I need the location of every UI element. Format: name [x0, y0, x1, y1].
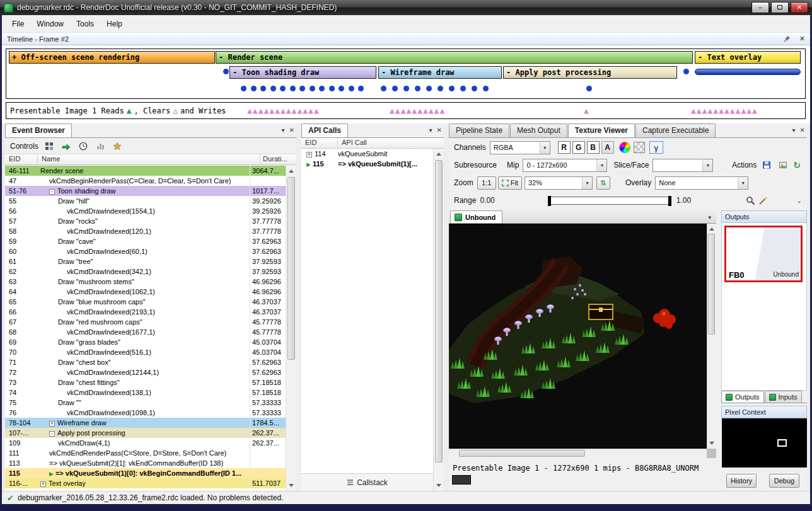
api-call-row[interactable]: +114vkQueueSubmit — [301, 149, 433, 159]
draw-call-dot[interactable] — [381, 86, 386, 91]
draw-call-dot[interactable] — [460, 86, 466, 91]
channel-r-button[interactable]: R — [558, 141, 571, 154]
menu-file[interactable]: File — [6, 17, 30, 31]
menu-tools[interactable]: Tools — [70, 17, 100, 31]
draw-call-dot[interactable] — [319, 86, 325, 91]
range-max-value[interactable]: 1.00 — [676, 196, 691, 205]
close-icon[interactable]: ✕ — [800, 127, 805, 134]
tree-expander[interactable]: + — [40, 481, 46, 487]
event-row[interactable]: 113=> vkQueueSubmit(2)[1]: vkEndCommandB… — [5, 458, 286, 468]
pin-icon[interactable] — [781, 33, 794, 45]
draw-call-dot[interactable] — [329, 86, 335, 91]
close-icon[interactable]: ✕ — [799, 35, 805, 42]
timeline-bar-text-overlay[interactable]: - Text overlay — [695, 51, 801, 64]
draw-call-dot[interactable] — [339, 86, 344, 91]
scroll-up-icon[interactable] — [436, 152, 441, 156]
autofit-wand-icon[interactable] — [757, 194, 769, 207]
goto-eid-icon[interactable] — [60, 140, 72, 152]
draw-call-dot[interactable] — [586, 86, 592, 91]
fit-button[interactable]: Fit — [498, 176, 522, 190]
menu-window[interactable]: Window — [30, 17, 70, 31]
flip-y-button[interactable]: ⇅ — [596, 176, 610, 190]
timeline-bar-toon-shading[interactable]: - Toon shading draw — [229, 66, 376, 79]
save-icon[interactable] — [760, 159, 773, 171]
refresh-icon[interactable]: ↻ — [793, 160, 801, 170]
scrollbar-thumb[interactable] — [708, 234, 715, 335]
tab-capture-executable[interactable]: Capture Executable — [635, 123, 716, 137]
menu-help[interactable]: Help — [100, 17, 129, 31]
zoom-1to1-button[interactable]: 1:1 — [477, 176, 496, 190]
event-row[interactable]: 56vkCmdDrawIndexed(1554,1)39.25926 — [5, 206, 286, 216]
draw-call-dot[interactable] — [223, 69, 229, 74]
event-browser-column-header[interactable]: EID Name Durati... — [5, 154, 296, 165]
scroll-down-icon[interactable] — [709, 442, 714, 445]
tab-mesh-output[interactable]: Mesh Output — [510, 123, 567, 137]
export-image-icon[interactable] — [777, 159, 789, 171]
scroll-down-icon[interactable] — [436, 484, 441, 487]
timeline-panel-header[interactable]: Timeline - Frame #2 ✕ — [2, 33, 810, 45]
event-row[interactable]: 74vkCmdDrawIndexed(138,1)57.18518 — [5, 388, 286, 398]
event-row[interactable]: 63Draw "mushroom stems"46.96296 — [5, 277, 286, 287]
scroll-up-icon[interactable] — [289, 169, 294, 173]
tab-inputs[interactable]: Inputs — [765, 391, 802, 403]
dock-menu-icon[interactable]: ▾ — [282, 127, 285, 134]
event-row[interactable]: 51-76-Toon shading draw1017.7... — [5, 186, 286, 196]
scroll-up-icon[interactable] — [709, 227, 714, 231]
fb0-thumbnail[interactable]: FB0 Unbound — [724, 226, 803, 282]
column-name[interactable]: Name — [38, 154, 260, 164]
tab-api-calls[interactable]: API Calls — [301, 123, 348, 137]
texture-image[interactable] — [449, 224, 707, 449]
dock-menu-icon[interactable]: ▾ — [792, 127, 796, 134]
mip-select[interactable]: 0 - 1272x690 ▾ — [523, 159, 607, 172]
draw-call-dot[interactable] — [426, 86, 432, 91]
event-row[interactable]: 66vkCmdDrawIndexed(2193,1)46.37037 — [5, 307, 286, 317]
event-row[interactable]: 109vkCmdDraw(4,1)262.37... — [5, 438, 286, 448]
channel-b-button[interactable]: B — [587, 141, 600, 154]
event-row[interactable]: 59Draw "cave"37.62963 — [5, 236, 286, 246]
event-row[interactable]: 47vkCmdBeginRenderPass(C=Clear, D=Clear,… — [5, 176, 286, 186]
draw-call-dot[interactable] — [270, 86, 276, 91]
chevron-down-icon[interactable]: ▾ — [708, 214, 711, 221]
chart-icon[interactable] — [94, 140, 107, 152]
timeline-resource-usage-row[interactable]: Presentable Image 1 Reads ▲ , Clears △ a… — [6, 102, 806, 119]
minimize-button[interactable]: – — [751, 2, 769, 13]
timeline-bar-post-processing[interactable]: - Apply post processing — [503, 66, 677, 79]
draw-call-dot[interactable] — [449, 86, 455, 91]
zoom-range-icon[interactable] — [744, 194, 757, 207]
scrollbar-thumb[interactable] — [287, 177, 295, 360]
draw-call-dot[interactable] — [280, 86, 286, 91]
event-row[interactable]: 70vkCmdDrawIndexed(516,1)45.03704 — [5, 347, 286, 357]
texture-horizontal-scrollbar[interactable] — [449, 449, 707, 458]
close-button[interactable]: ✕ — [791, 2, 808, 13]
draw-call-dot[interactable] — [683, 69, 689, 74]
color-wheel-icon[interactable] — [619, 142, 630, 153]
event-row[interactable]: 55Draw "hill"39.25926 — [5, 196, 286, 206]
slice-face-select[interactable]: ▾ — [652, 159, 713, 172]
column-duration[interactable]: Durati... — [260, 154, 296, 164]
event-browser-scrollbar[interactable] — [286, 166, 296, 491]
event-row[interactable]: 75Draw ""57.33333 — [5, 398, 286, 408]
channel-g-button[interactable]: G — [572, 141, 585, 154]
event-row[interactable]: 65Draw "blue mushroom caps"46.37037 — [5, 297, 286, 307]
close-icon[interactable]: ✕ — [437, 127, 442, 134]
draw-call-dot[interactable] — [251, 86, 257, 91]
event-row[interactable]: 107-...-Apply post processing262.37... — [5, 428, 286, 438]
event-row[interactable]: 68vkCmdDrawIndexed(1677,1)45.77778 — [5, 327, 286, 337]
tab-pipeline-state[interactable]: Pipeline State — [449, 123, 509, 137]
event-row[interactable]: 60vkCmdDrawIndexed(60,1)37.62963 — [5, 246, 286, 256]
timeline-bar-render-scene[interactable]: - Render scene — [216, 51, 693, 64]
callstack-section[interactable]: Callstack — [301, 473, 433, 491]
time-durations-icon[interactable] — [77, 140, 90, 152]
gamma-button[interactable]: γ — [649, 141, 663, 154]
event-row[interactable]: 58vkCmdDrawIndexed(120,1)37.77778 — [5, 226, 286, 236]
tab-texture-viewer[interactable]: Texture Viewer — [568, 123, 635, 137]
maximize-button[interactable] — [771, 2, 789, 13]
api-calls-column-header[interactable]: EID API Call — [301, 138, 444, 149]
white-point-handle[interactable] — [668, 196, 671, 206]
checkerboard-icon[interactable] — [634, 142, 645, 153]
pixel-context-view[interactable] — [722, 418, 807, 468]
tree-expander[interactable]: - — [49, 431, 55, 437]
filter-icon[interactable] — [43, 140, 55, 152]
column-api-call[interactable]: API Call — [338, 138, 444, 148]
event-row[interactable]: 64vkCmdDrawIndexed(1062,1)46.96296 — [5, 287, 286, 297]
